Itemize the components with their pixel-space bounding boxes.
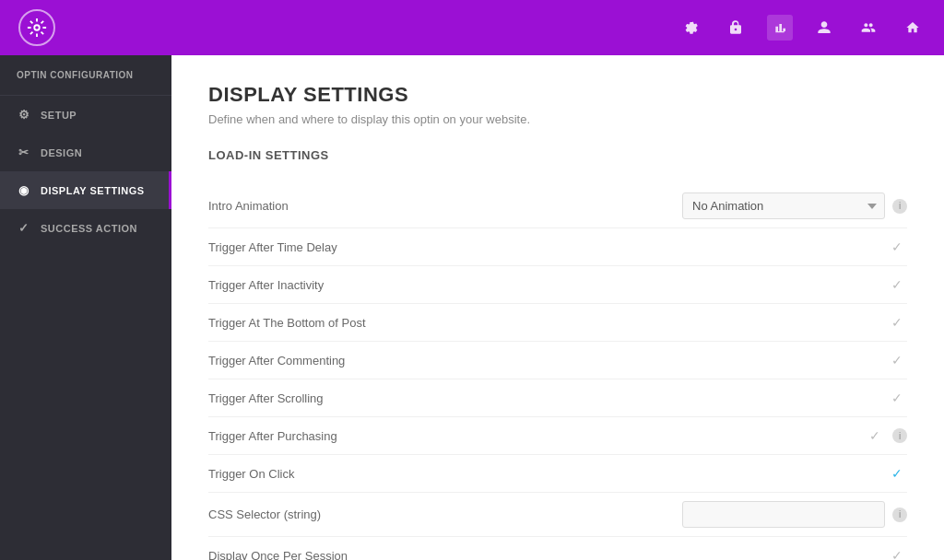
settings-table: Intro AnimationNo AnimationFade InSlide … bbox=[208, 184, 907, 560]
control-trigger-time-delay: ✓ bbox=[887, 237, 907, 257]
sidebar-item-design[interactable]: ✂ DESIGN bbox=[0, 134, 171, 171]
gear-small-icon: ⚙ bbox=[17, 108, 31, 122]
sidebar-item-success-action[interactable]: ✓ SUCCESS ACTION bbox=[0, 209, 171, 247]
settings-row-trigger-bottom-post: Trigger At The Bottom of Post✓ bbox=[208, 303, 907, 341]
label-trigger-bottom-post: Trigger At The Bottom of Post bbox=[208, 316, 887, 330]
control-trigger-on-click: ✓ bbox=[887, 463, 907, 484]
control-trigger-inactivity: ✓ bbox=[887, 274, 907, 295]
label-display-once: Display Once Per Session bbox=[208, 549, 887, 561]
checkbox-trigger-on-click[interactable]: ✓ bbox=[887, 463, 907, 484]
sidebar-item-setup-label: SETUP bbox=[41, 110, 77, 121]
sidebar: OPTIN CONFIGURATION ⚙ SETUP ✂ DESIGN ◉ D… bbox=[0, 55, 171, 560]
checkbox-trigger-time-delay[interactable]: ✓ bbox=[887, 237, 907, 257]
header bbox=[0, 0, 944, 55]
sidebar-item-success-label: SUCCESS ACTION bbox=[41, 223, 137, 234]
header-icons bbox=[678, 15, 926, 41]
sidebar-item-setup[interactable]: ⚙ SETUP bbox=[0, 96, 171, 134]
control-display-once: ✓ bbox=[887, 545, 907, 560]
info-icon-trigger-purchasing[interactable]: i bbox=[892, 428, 907, 443]
input-css-selector[interactable] bbox=[682, 501, 885, 528]
gear-icon[interactable] bbox=[678, 15, 704, 41]
checkbox-trigger-inactivity[interactable]: ✓ bbox=[887, 274, 907, 295]
checkbox-trigger-scrolling[interactable]: ✓ bbox=[887, 388, 907, 408]
section-title: LOAD-IN SETTINGS bbox=[208, 148, 907, 169]
main-layout: OPTIN CONFIGURATION ⚙ SETUP ✂ DESIGN ◉ D… bbox=[0, 55, 944, 560]
label-trigger-purchasing: Trigger After Purchasing bbox=[208, 429, 865, 443]
svg-point-0 bbox=[34, 25, 40, 30]
sidebar-item-design-label: DESIGN bbox=[41, 147, 82, 158]
content-area: DISPLAY SETTINGS Define when and where t… bbox=[171, 55, 944, 560]
info-icon-intro-animation[interactable]: i bbox=[892, 199, 907, 214]
select-intro-animation[interactable]: No AnimationFade InSlide InBounce bbox=[682, 192, 885, 219]
control-css-selector: i bbox=[682, 501, 907, 528]
checkbox-display-once[interactable]: ✓ bbox=[887, 545, 907, 560]
settings-row-trigger-scrolling: Trigger After Scrolling✓ bbox=[208, 379, 907, 416]
eye-icon: ◉ bbox=[17, 183, 31, 197]
label-trigger-time-delay: Trigger After Time Delay bbox=[208, 240, 887, 254]
label-trigger-scrolling: Trigger After Scrolling bbox=[208, 391, 887, 405]
sidebar-item-display-label: DISPLAY SETTINGS bbox=[41, 185, 145, 196]
label-trigger-on-click: Trigger On Click bbox=[208, 467, 887, 481]
check-small-icon: ✓ bbox=[17, 221, 31, 235]
checkbox-trigger-bottom-post[interactable]: ✓ bbox=[887, 312, 907, 332]
sidebar-item-display-settings[interactable]: ◉ DISPLAY SETTINGS bbox=[0, 171, 171, 209]
logo bbox=[18, 9, 55, 46]
scissors-icon: ✂ bbox=[17, 146, 31, 159]
control-trigger-purchasing: ✓i bbox=[865, 426, 907, 446]
label-css-selector: CSS Selector (string) bbox=[208, 508, 682, 521]
page-subtitle: Define when and where to display this op… bbox=[208, 112, 907, 126]
settings-row-trigger-inactivity: Trigger After Inactivity✓ bbox=[208, 265, 907, 303]
page-title: DISPLAY SETTINGS bbox=[208, 83, 907, 107]
label-intro-animation: Intro Animation bbox=[208, 199, 682, 213]
label-trigger-commenting: Trigger After Commenting bbox=[208, 354, 887, 368]
control-intro-animation: No AnimationFade InSlide InBouncei bbox=[682, 192, 907, 219]
settings-row-trigger-on-click: Trigger On Click✓ bbox=[208, 454, 907, 492]
home-icon[interactable] bbox=[900, 15, 926, 41]
label-trigger-inactivity: Trigger After Inactivity bbox=[208, 278, 887, 292]
settings-row-intro-animation: Intro AnimationNo AnimationFade InSlide … bbox=[208, 184, 907, 228]
control-trigger-commenting: ✓ bbox=[887, 350, 907, 370]
checkbox-trigger-commenting[interactable]: ✓ bbox=[887, 350, 907, 370]
settings-row-css-selector: CSS Selector (string)i bbox=[208, 492, 907, 536]
sidebar-header: OPTIN CONFIGURATION bbox=[0, 55, 171, 96]
info-icon-css-selector[interactable]: i bbox=[892, 508, 907, 522]
settings-row-display-once: Display Once Per Session✓ bbox=[208, 536, 907, 560]
settings-row-trigger-purchasing: Trigger After Purchasing✓i bbox=[208, 416, 907, 454]
control-trigger-bottom-post: ✓ bbox=[887, 312, 907, 332]
user-circle-icon[interactable] bbox=[811, 15, 837, 41]
chart-icon[interactable] bbox=[767, 15, 793, 41]
settings-row-trigger-commenting: Trigger After Commenting✓ bbox=[208, 341, 907, 379]
lock-icon[interactable] bbox=[723, 15, 749, 41]
checkbox-trigger-purchasing[interactable]: ✓ bbox=[865, 426, 885, 446]
users-icon[interactable] bbox=[856, 15, 881, 41]
control-trigger-scrolling: ✓ bbox=[887, 388, 907, 408]
settings-row-trigger-time-delay: Trigger After Time Delay✓ bbox=[208, 228, 907, 265]
